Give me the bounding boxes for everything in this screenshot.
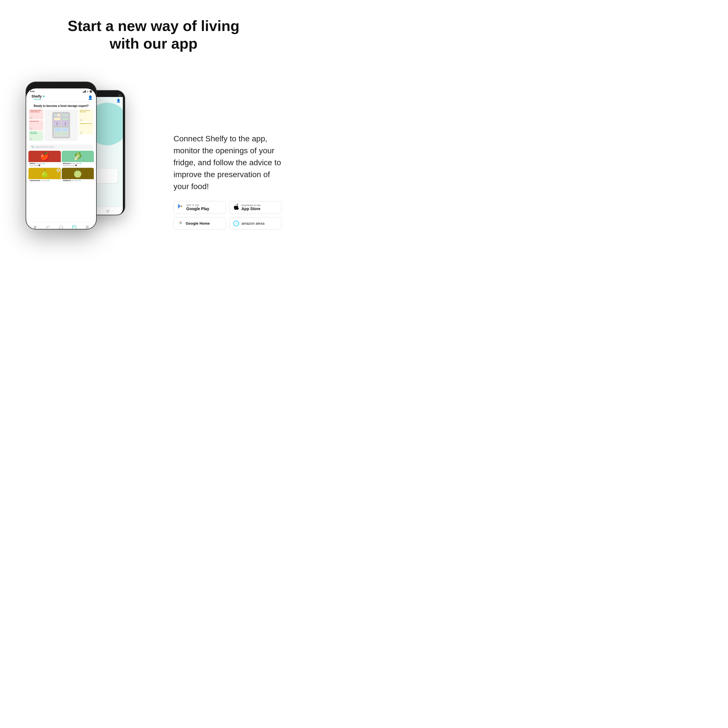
fridge-center-image xyxy=(44,110,78,141)
google-play-button[interactable]: GET IT ON Google Play xyxy=(173,201,226,214)
headline-line2: with our app xyxy=(110,35,197,52)
svg-point-34 xyxy=(87,227,89,228)
front-signal-icon xyxy=(83,90,86,93)
fridge-diagram: CURED MEATS AND COOKED FOODS ✕ MEAT AND … xyxy=(29,110,93,141)
apple-storage-icon: ⬛ xyxy=(38,164,40,166)
online-status: ONLINE xyxy=(29,98,44,100)
back-profile-icon: 👤 xyxy=(116,99,121,102)
food-card-asian-pear: 🍐 ℹ ASIAN PEAR seasonality xyxy=(28,168,61,182)
nav-fan-icon[interactable] xyxy=(33,225,37,229)
front-phone-notch xyxy=(48,82,74,89)
back-chevron-icon: ‹ xyxy=(29,95,31,98)
status-time: 9:41 xyxy=(30,90,35,93)
content-row: ▲ ⬛ 👤 r fridge status ellent. xyxy=(11,67,296,296)
amazon-alexa-button[interactable]: ○ amazon alexa xyxy=(229,217,281,229)
food-card-apple: 🍎 APPLE seasonality Fruits xyxy=(28,151,61,167)
food-thumb-apple: 🍎 xyxy=(28,151,61,162)
app-store-text: Download on the App Store xyxy=(242,204,261,211)
food-name-apple: APPLE xyxy=(29,163,35,164)
svg-point-33 xyxy=(86,226,87,226)
fridge-labels-left: CURED MEATS AND COOKED FOODS ✕ MEAT AND … xyxy=(29,110,43,141)
asian-pear-seasonality-dot xyxy=(48,180,49,181)
app-header: ‹ Shelfy ONLINE 👤 xyxy=(26,93,96,102)
phone-front: 9:41 ▲ ⬛ xyxy=(26,82,97,229)
back-nav-settings xyxy=(106,209,110,213)
svg-rect-17 xyxy=(54,118,60,120)
google-home-button[interactable]: Google Home xyxy=(173,217,226,229)
fridge-label-meat: MEAT AND FISH ✕ xyxy=(29,120,43,130)
page-container: Start a new way of living with our app ▲… xyxy=(0,0,307,307)
fridge-label-dairy: DAIRY PRODUCTS AND EGGS ✕ xyxy=(79,110,93,121)
svg-rect-23 xyxy=(57,122,57,125)
food-name-atemoya: ATEMOYA xyxy=(63,180,71,181)
food-thumb-atemoya: 🍈 xyxy=(62,168,94,179)
food-grid: 🍎 APPLE seasonality Fruits xyxy=(26,151,96,182)
arugula-seasonality-dot xyxy=(80,163,81,164)
apple-icon xyxy=(234,203,239,211)
fridge-labels-right: DAIRY PRODUCTS AND EGGS ✕ DRINKS AND BUT… xyxy=(79,110,93,141)
phones-container: ▲ ⬛ 👤 r fridge status ellent. xyxy=(26,82,162,281)
arugula-storage-icon: ⬛ xyxy=(75,164,77,166)
food-search-bar[interactable]: 🔍 Type the food name xyxy=(29,144,93,149)
battery-icon: ⬛ xyxy=(90,90,92,93)
nav-fridge-icon[interactable] xyxy=(72,225,76,229)
fridge-label-fruits: FRUITS AND VEGETABLES ✕ xyxy=(29,131,43,141)
svg-rect-20 xyxy=(55,128,61,132)
food-thumb-arugula: 🥬 xyxy=(62,151,94,162)
food-card-atemoya: 🍈 ATEMOYA seasonality xyxy=(62,168,94,182)
food-name-arugula: ARUGULA xyxy=(63,163,71,164)
svg-rect-15 xyxy=(62,114,65,116)
svg-rect-18 xyxy=(62,118,68,120)
nav-trend-icon[interactable] xyxy=(46,225,50,229)
food-card-arugula: 🥬 ARUGULA seasonality Vegetables xyxy=(62,151,94,167)
alexa-text: amazon alexa xyxy=(242,222,265,225)
description-text: Connect Shelfy to the app, monitor the o… xyxy=(173,133,281,193)
wifi-icon: ▲ xyxy=(87,90,89,92)
alexa-icon: ○ xyxy=(234,221,239,226)
nav-home-icon[interactable] xyxy=(59,225,63,229)
search-icon: 🔍 xyxy=(31,145,34,148)
google-home-icon xyxy=(178,220,184,227)
apple-seasonality-dot xyxy=(43,163,44,164)
svg-point-35 xyxy=(86,228,87,229)
search-placeholder-text: Type the food name xyxy=(35,145,54,148)
profile-icon: 👤 xyxy=(88,95,93,100)
app-name: Shelfy xyxy=(32,95,42,98)
svg-rect-13 xyxy=(54,114,57,116)
svg-point-25 xyxy=(35,227,35,228)
svg-rect-22 xyxy=(55,132,67,135)
google-home-text: Google Home xyxy=(186,222,210,225)
back-signal-icon xyxy=(112,94,115,97)
shelfy-status-dot xyxy=(43,96,44,97)
headline-line1: Start a new way of living xyxy=(68,18,239,34)
front-phone-screen: 9:41 ▲ ⬛ xyxy=(26,89,96,229)
svg-rect-26 xyxy=(72,225,76,229)
google-play-icon xyxy=(178,203,184,211)
front-bottom-nav xyxy=(26,222,96,229)
app-store-main-label: App Store xyxy=(242,207,261,211)
food-name-asian-pear: ASIAN PEAR xyxy=(29,180,40,181)
headline: Start a new way of living with our app xyxy=(68,17,239,53)
google-home-label: Google Home xyxy=(186,222,210,225)
food-thumb-asian-pear: 🍐 ℹ xyxy=(28,168,61,179)
food-guide-title: Ready to become a food storage expert? xyxy=(29,104,93,108)
google-play-main-label: Google Play xyxy=(186,207,209,211)
app-store-button[interactable]: Download on the App Store xyxy=(229,201,281,214)
front-status-bar: 9:41 ▲ ⬛ xyxy=(26,89,96,93)
google-play-text: GET IT ON Google Play xyxy=(186,204,209,211)
fridge-label-cured: CURED MEATS AND COOKED FOODS ✕ xyxy=(29,110,43,119)
fridge-label-drinks: DRINKS AND BUTTER ✕ xyxy=(79,122,93,135)
atemoya-seasonality-dot xyxy=(80,180,81,181)
alexa-label: amazon alexa xyxy=(242,222,265,225)
food-guide-section: Ready to become a food storage expert? C… xyxy=(26,102,96,143)
right-section: Connect Shelfy to the app, monitor the o… xyxy=(162,133,281,229)
svg-rect-24 xyxy=(65,122,66,125)
svg-rect-14 xyxy=(57,114,60,116)
svg-rect-21 xyxy=(62,128,68,132)
svg-rect-16 xyxy=(66,114,68,116)
nav-settings-icon[interactable] xyxy=(85,225,90,229)
store-buttons-grid: GET IT ON Google Play Download on the Ap… xyxy=(173,201,281,229)
